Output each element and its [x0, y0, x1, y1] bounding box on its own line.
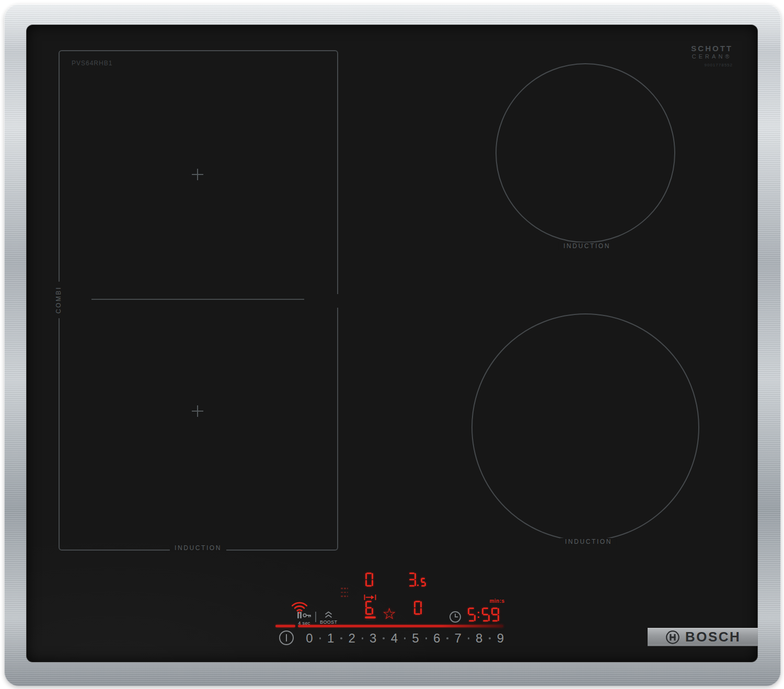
seven-segment-digit — [408, 573, 416, 587]
combi-zone-divider — [91, 299, 304, 300]
pause-icon — [297, 612, 299, 618]
schott-ceran-line1: SCHOTT — [691, 44, 733, 53]
schott-ceran-logo: SCHOTT CERAN® 9001778552 — [691, 44, 733, 67]
combi-label: COMBI — [55, 282, 62, 318]
hob-glass-surface: PVS64RHB1 SCHOTT CERAN® 9001778552 COMBI… — [26, 25, 758, 662]
bosch-badge: BOSCH — [648, 628, 758, 646]
timer-unit-label: min:s — [477, 598, 517, 604]
power-level-key[interactable]: 8 — [473, 631, 486, 646]
zone-display-top-left[interactable] — [364, 573, 374, 587]
seven-segment-digit — [365, 573, 373, 587]
power-level-separator-dot — [422, 637, 431, 639]
zone-cross-icon — [192, 169, 203, 180]
child-lock-key[interactable]: 4 sec — [297, 611, 312, 626]
product-photo: PVS64RHB1 SCHOTT CERAN® 9001778552 COMBI… — [0, 0, 784, 689]
power-level-separator-dot — [337, 637, 346, 639]
power-level-key[interactable]: 9 — [494, 631, 506, 646]
lock-and-boost-keys: 4 sec BOOST — [297, 611, 338, 626]
seven-segment-colon — [477, 608, 480, 622]
cooking-zone-bottom-right-outline — [471, 313, 699, 541]
power-level-key[interactable]: 3 — [367, 631, 379, 646]
bosch-anchor-logo-icon — [665, 630, 680, 645]
power-level-key[interactable]: 7 — [452, 631, 464, 646]
seven-segment-digit — [482, 608, 490, 622]
power-level-separator-dot — [464, 637, 473, 639]
zone-cross-icon — [192, 405, 203, 417]
child-lock-key-icon — [303, 614, 306, 617]
selected-zone-underline — [365, 616, 376, 618]
glass-code: 9001778552 — [691, 63, 733, 67]
zone-display-bottom-left[interactable] — [364, 601, 374, 615]
seven-segment-digit — [414, 601, 422, 615]
timer-clock-icon[interactable] — [449, 611, 462, 623]
power-level-separator-dot — [400, 637, 409, 639]
favorite-star-icon[interactable]: ☆ — [382, 606, 396, 622]
boost-key[interactable]: BOOST — [320, 611, 338, 625]
power-level-key[interactable]: 5 — [409, 631, 422, 646]
power-level-separator-dot — [358, 637, 367, 639]
outline-gap — [333, 294, 339, 308]
zone-display-top-right[interactable] — [407, 573, 426, 587]
cooking-zone-top-right-outline — [495, 63, 675, 243]
power-level-key[interactable]: 6 — [431, 631, 443, 646]
power-level-key[interactable]: 1 — [325, 631, 337, 646]
sensor-level-indicator — [341, 588, 349, 600]
induction-label-combi: INDUCTION — [170, 544, 226, 552]
schott-ceran-line2: CERAN® — [691, 53, 733, 60]
seven-segment-digit — [468, 608, 476, 622]
boost-chevrons-icon — [325, 611, 332, 618]
boost-label: BOOST — [320, 620, 338, 625]
power-level-separator-dot — [443, 637, 452, 639]
timer-move-arrow-icon — [364, 594, 376, 600]
timer-display — [467, 608, 500, 622]
hob-stainless-frame: PVS64RHB1 SCHOTT CERAN® 9001778552 COMBI… — [4, 4, 781, 686]
seven-segment-decimal — [417, 585, 419, 586]
zone-display-bottom-right[interactable] — [413, 601, 422, 615]
power-level-key[interactable]: 0 — [303, 631, 316, 646]
power-level-slider[interactable]: 0123456789 — [303, 630, 506, 646]
power-slider-bar — [298, 625, 503, 627]
power-level-separator-dot — [316, 637, 325, 639]
induction-label-bottom-right: INDUCTION — [560, 538, 617, 545]
power-indicator-bar — [275, 625, 295, 627]
power-level-separator-dot — [486, 637, 494, 639]
power-button[interactable] — [279, 630, 294, 645]
key-divider — [315, 612, 316, 622]
bosch-wordmark: BOSCH — [685, 629, 741, 645]
seven-segment-digit — [491, 608, 499, 622]
power-level-separator-dot — [379, 637, 388, 639]
seven-segment-digit — [421, 578, 426, 587]
combi-zone-outline — [59, 50, 338, 551]
power-level-key[interactable]: 4 — [388, 631, 400, 646]
seven-segment-digit — [365, 601, 373, 615]
power-level-key[interactable]: 2 — [345, 631, 358, 646]
induction-label-top-right: INDUCTION — [559, 242, 615, 250]
